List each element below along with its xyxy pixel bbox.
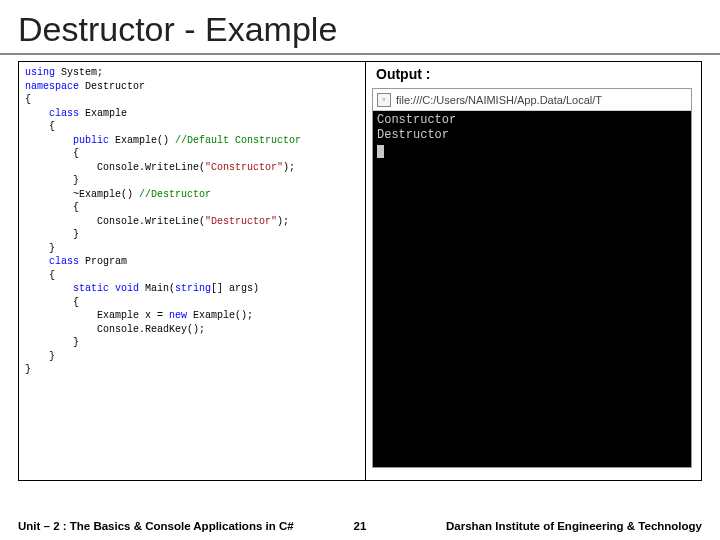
code-text: { bbox=[25, 202, 79, 213]
console-url: file:///C:/Users/NAIMISH/App.Data/Local/… bbox=[396, 94, 602, 106]
code-text: Example bbox=[79, 108, 127, 119]
console-urlbar: ▫ file:///C:/Users/NAIMISH/App.Data/Loca… bbox=[373, 89, 691, 111]
console-body: Constructor Destructor bbox=[373, 111, 691, 165]
code-text: Example x = bbox=[25, 310, 169, 321]
code-text: System; bbox=[55, 67, 103, 78]
code-text bbox=[25, 283, 73, 294]
code-text: ); bbox=[283, 162, 295, 173]
code-text: } bbox=[25, 337, 79, 348]
code-text: Console.WriteLine( bbox=[25, 162, 205, 173]
code-kw: static bbox=[73, 283, 109, 294]
code-text: { bbox=[25, 297, 79, 308]
page-number: 21 bbox=[326, 520, 395, 532]
code-kw: void bbox=[115, 283, 139, 294]
code-kw: class bbox=[49, 256, 79, 267]
footer: Unit – 2 : The Basics & Console Applicat… bbox=[0, 520, 720, 532]
output-box: Output : ▫ file:///C:/Users/NAIMISH/App.… bbox=[366, 61, 702, 481]
code-text: ); bbox=[277, 216, 289, 227]
code-string: "Destructor" bbox=[205, 216, 277, 227]
code-text: Program bbox=[79, 256, 127, 267]
code-text: Console.ReadKey(); bbox=[25, 324, 205, 335]
footer-left: Unit – 2 : The Basics & Console Applicat… bbox=[18, 520, 326, 532]
code-text: Console.WriteLine( bbox=[25, 216, 205, 227]
code-comment: //Destructor bbox=[139, 189, 211, 200]
code-box: using System; namespace Destructor { cla… bbox=[18, 61, 366, 481]
code-text: } bbox=[25, 351, 55, 362]
code-text bbox=[25, 135, 73, 146]
code-text: [] args) bbox=[211, 283, 259, 294]
code-text: Main( bbox=[139, 283, 175, 294]
code-text: } bbox=[25, 175, 79, 186]
console-line: Destructor bbox=[377, 128, 687, 143]
code-text: { bbox=[25, 121, 55, 132]
code-text bbox=[25, 108, 49, 119]
content-row: using System; namespace Destructor { cla… bbox=[0, 61, 720, 481]
code-text: { bbox=[25, 94, 31, 105]
title-underline bbox=[0, 53, 720, 55]
code-text: ~Example() bbox=[25, 189, 139, 200]
output-label: Output : bbox=[372, 66, 695, 82]
code-string: "Constructor" bbox=[205, 162, 283, 173]
console-window: ▫ file:///C:/Users/NAIMISH/App.Data/Loca… bbox=[372, 88, 692, 468]
code-text: } bbox=[25, 243, 55, 254]
file-icon: ▫ bbox=[377, 93, 391, 107]
code-kw: using bbox=[25, 67, 55, 78]
console-line: Constructor bbox=[377, 113, 687, 128]
code-comment: //Default Constructor bbox=[175, 135, 301, 146]
code-text: { bbox=[25, 148, 79, 159]
code-text: Example() bbox=[109, 135, 175, 146]
code-text: { bbox=[25, 270, 55, 281]
code-text: } bbox=[25, 364, 31, 375]
slide-title: Destructor - Example bbox=[0, 0, 720, 53]
code-text: Example(); bbox=[187, 310, 253, 321]
code-kw: public bbox=[73, 135, 109, 146]
cursor-icon bbox=[377, 145, 384, 158]
code-text: Destructor bbox=[79, 81, 145, 92]
code-text bbox=[25, 256, 49, 267]
code-kw: namespace bbox=[25, 81, 79, 92]
code-kw: string bbox=[175, 283, 211, 294]
code-text: } bbox=[25, 229, 79, 240]
footer-right: Darshan Institute of Engineering & Techn… bbox=[394, 520, 702, 532]
code-kw: new bbox=[169, 310, 187, 321]
code-kw: class bbox=[49, 108, 79, 119]
